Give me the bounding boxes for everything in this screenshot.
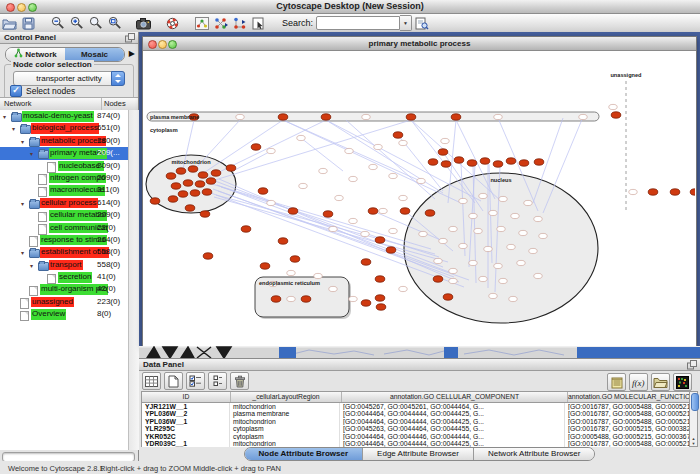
graph-node-small[interactable] (494, 263, 502, 268)
graph-node-red[interactable] (670, 189, 680, 195)
graph-node-red[interactable] (375, 295, 385, 301)
graph-node-red[interactable] (168, 196, 178, 202)
graph-node-small[interactable] (534, 216, 542, 221)
app-titlebar[interactable]: Cytoscape Desktop (New Session) (0, 0, 700, 14)
tree-item-transport[interactable]: ▾transport558(0) (0, 259, 128, 271)
tab-network-attribute-browser[interactable]: Network Attribute Browser (474, 448, 594, 460)
save-button[interactable] (20, 15, 37, 31)
tree-scrollbar[interactable] (128, 110, 139, 450)
control-panel-header[interactable]: Control Panel (0, 32, 138, 44)
graph-node-red[interactable] (251, 144, 261, 150)
graph-node-small[interactable] (399, 286, 407, 291)
graph-node-small[interactable] (497, 226, 505, 231)
tree-item-macromolecule[interactable]: macromolecule311(0) (0, 184, 128, 196)
layout-a-button[interactable] (212, 15, 229, 31)
tree-item-unassigned[interactable]: unassigned223(0) (0, 296, 128, 308)
tab-node-attribute-browser[interactable]: Node Attribute Browser (245, 448, 364, 460)
graph-node-red[interactable] (361, 300, 371, 306)
graph-node-red[interactable] (361, 259, 371, 265)
graph-node-red[interactable] (203, 253, 213, 259)
graph-node-small[interactable] (529, 248, 537, 253)
expand-arrow-icon[interactable]: ▾ (21, 249, 24, 256)
scrollbar-thumb[interactable] (691, 393, 699, 411)
tree-item-biological-process[interactable]: ▾biological_process651(0) (0, 122, 128, 134)
graph-node-small[interactable] (489, 293, 497, 298)
graph-node-small[interactable] (469, 213, 477, 218)
graph-node-small[interactable] (499, 196, 507, 201)
graph-node-red[interactable] (467, 160, 477, 166)
graph-node-red[interactable] (493, 161, 503, 167)
graph-node-small[interactable] (335, 195, 343, 200)
graph-node-small[interactable] (479, 276, 487, 281)
column-header-0[interactable]: ID (142, 392, 231, 402)
table-row[interactable]: YKR052Ccytoplasm[GO:0044464, GO:0044446,… (142, 433, 690, 440)
graph-node-small[interactable] (509, 296, 517, 301)
graph-node-small[interactable] (361, 231, 369, 236)
help-button[interactable] (164, 15, 181, 31)
graph-node-small[interactable] (519, 230, 527, 235)
graph-node-red[interactable] (258, 188, 268, 194)
graph-node-red[interactable] (202, 189, 212, 195)
network-window[interactable]: primary metabolic process plasma membran… (142, 36, 697, 347)
graph-node-red[interactable] (406, 114, 416, 120)
table-scrollbar[interactable]: ▲▼ (689, 391, 698, 447)
graph-node-red[interactable] (443, 294, 453, 300)
function-button[interactable]: f(x) (629, 373, 648, 391)
expand-arrow-icon[interactable]: ▾ (21, 138, 24, 145)
tree-item-cellular-process[interactable]: ▾cellular process614(0) (0, 197, 128, 209)
graph-node-small[interactable] (474, 228, 482, 233)
tree-item-establishment-of-lo[interactable]: ▾establishment of lo558(0) (0, 246, 128, 258)
graph-node-small[interactable] (287, 296, 295, 301)
network-svg[interactable]: plasma membranecytoplasmmitochondrionnuc… (143, 51, 695, 345)
graph-node-red[interactable] (441, 161, 451, 167)
graph-node-red[interactable] (178, 191, 188, 197)
table-row[interactable]: YLR295Ccytoplasm[GO:0045263, GO:0044464,… (142, 425, 690, 432)
graph-node-small[interactable] (469, 260, 477, 265)
graph-node-small[interactable] (434, 258, 442, 263)
trash-button[interactable] (230, 372, 249, 390)
graph-node-small[interactable] (484, 246, 492, 251)
graph-node-small[interactable] (417, 178, 425, 183)
table-row[interactable]: YPL036W__1mitochondrion[GO:0044464, GO:0… (142, 418, 690, 425)
graph-node-small[interactable] (389, 173, 397, 178)
graph-node-small[interactable] (524, 200, 532, 205)
unselect-attr-button[interactable] (208, 372, 227, 390)
graph-node-small[interactable] (319, 168, 327, 173)
heatmap-button[interactable] (673, 373, 692, 391)
zoom-selected-button[interactable] (106, 15, 123, 31)
graph-node-small[interactable] (329, 226, 337, 231)
graph-node-red[interactable] (433, 276, 443, 282)
graph-node-small[interactable] (399, 195, 407, 200)
graph-node-red[interactable] (206, 178, 216, 184)
graph-node-small[interactable] (609, 104, 617, 109)
graph-node-small[interactable] (494, 114, 502, 119)
graph-node-red[interactable] (241, 226, 251, 232)
graph-node-red[interactable] (278, 114, 288, 120)
graph-node-red[interactable] (176, 168, 186, 174)
graph-node-red[interactable] (690, 189, 695, 195)
graph-node-small[interactable] (459, 198, 467, 203)
graph-node-small[interactable] (449, 226, 457, 231)
layout-b-button[interactable] (231, 15, 248, 31)
zoom-in-button[interactable] (68, 15, 85, 31)
annotation-button[interactable] (250, 15, 267, 31)
attribute-table-header[interactable]: ID_cellularLayoutRegionannotation.GO CEL… (142, 392, 690, 403)
graph-node-red[interactable] (375, 237, 385, 243)
graph-node-small[interactable] (267, 148, 275, 153)
graph-node-small[interactable] (299, 183, 307, 188)
select-nodes-checkbox[interactable]: ✓ (10, 85, 22, 97)
select-attr-button[interactable] (186, 372, 205, 390)
graph-node-red[interactable] (321, 114, 331, 120)
column-header-3[interactable]: annotation.GO MOLECULAR_FUNCTION (568, 392, 690, 402)
graph-node-red[interactable] (188, 166, 198, 172)
graph-node-red[interactable] (226, 165, 236, 171)
tree-item-nitrogen-compo[interactable]: nitrogen compo209(0) (0, 172, 128, 184)
graph-node-red[interactable] (200, 211, 210, 217)
graph-node-small[interactable] (507, 244, 515, 249)
graph-node-small[interactable] (449, 268, 457, 273)
graph-node-small[interactable] (349, 176, 357, 181)
graph-node-small[interactable] (349, 296, 357, 301)
tree-header[interactable]: Network Nodes (0, 97, 138, 111)
search-input[interactable] (316, 16, 400, 30)
graph-node-small[interactable] (369, 164, 377, 169)
